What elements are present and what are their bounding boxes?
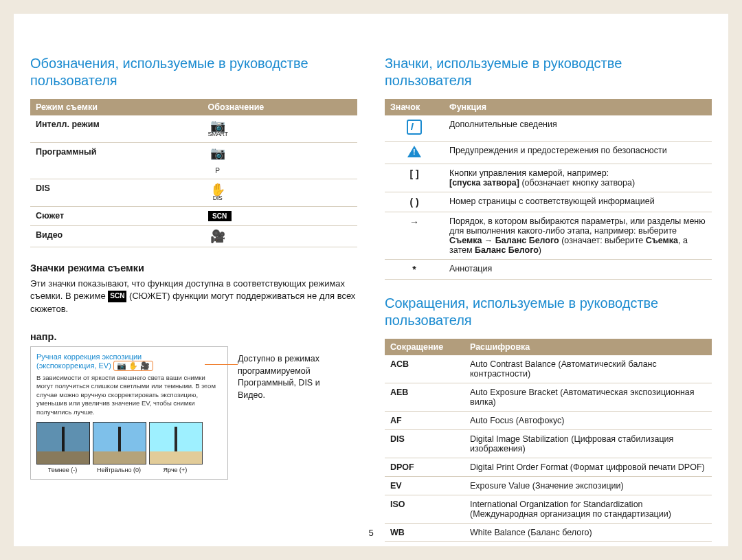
abbr-def: Auto Exposure Bracket (Автоматическая эк…: [464, 383, 712, 412]
table-row: Предупреждения и предостережения по безо…: [385, 142, 712, 164]
table-row: ISOInternational Organization for Standa…: [385, 495, 712, 524]
table-row: → Порядок, в котором выбираются параметр…: [385, 212, 712, 260]
icon-desc: Дополнительные сведения: [444, 115, 712, 142]
table-row: AEBAuto Exposure Bracket (Автоматическая…: [385, 383, 712, 412]
mode-name: Программный: [30, 143, 203, 179]
table-row: Сюжет SCN: [30, 206, 357, 225]
abbr-table: Сокращение Расшифровка ACBAuto Contrast …: [385, 339, 712, 542]
mode-symbol: SCN: [203, 206, 357, 225]
th-def: Расшифровка: [464, 339, 712, 355]
callout-line: [205, 364, 238, 365]
thumb: Ярче (+): [149, 422, 201, 473]
icon-cell: [385, 142, 444, 164]
mode-symbol: 📷SMART: [203, 115, 357, 143]
icon-desc: Кнопки управления камерой, например: [сп…: [444, 164, 712, 192]
table-row: ACBAuto Contrast Balance (Автоматический…: [385, 355, 712, 383]
thumbnails: Темнее (-) Нейтрально (0) Ярче (+): [36, 422, 222, 473]
mode-icons-text: Эти значки показывают, что функция досту…: [30, 278, 357, 317]
thumb-img-dark: [36, 422, 90, 464]
mode-symbol: ✋DIS: [203, 179, 357, 206]
icon-cell: →: [385, 212, 444, 260]
camera-p-icon: 📷P: [210, 146, 225, 172]
th-icon: Значок: [385, 99, 444, 115]
abbr-def: Digital Image Stabilization (Цифровая ст…: [464, 430, 712, 458]
thumb-img-bright: [149, 422, 203, 464]
mode-symbol: 🎥: [203, 225, 357, 247]
abbr: AF: [385, 412, 464, 430]
th-mode: Режим съемки: [30, 99, 203, 115]
ev-body: В зависимости от яркости внешнего света …: [36, 374, 222, 416]
example-wrap: Ручная коррекция экспозиции (экспокоррек…: [30, 346, 357, 480]
table-row: DISDigital Image Stabilization (Цифровая…: [385, 430, 712, 458]
abbr: AEB: [385, 383, 464, 412]
thumb-caption: Ярче (+): [149, 467, 201, 473]
icon-desc: Порядок, в котором выбираются параметры,…: [444, 212, 712, 260]
table-row: EVExposure Value (Значение экспозиции): [385, 477, 712, 495]
thumb-img-neutral: [93, 422, 146, 464]
table-row: Программный 📷P: [30, 143, 357, 179]
thumb: Нейтрально (0): [93, 422, 145, 473]
abbr: DPOF: [385, 458, 464, 477]
page: Обозначения, используемые в руководстве …: [14, 14, 728, 546]
table-row: Интелл. режим 📷SMART: [30, 115, 357, 143]
page-number: 5: [14, 528, 728, 538]
icon-cell: [385, 115, 444, 142]
example-box: Ручная коррекция экспозиции (экспокоррек…: [30, 346, 228, 480]
abbr-def: Exposure Value (Значение экспозиции): [464, 477, 712, 495]
thumb-caption: Темнее (-): [36, 467, 89, 473]
th-abbr: Сокращение: [385, 339, 464, 355]
mode-name: DIS: [30, 179, 203, 206]
mode-name: Интелл. режим: [30, 115, 203, 143]
mode-name: Видео: [30, 225, 203, 247]
left-column: Обозначения, используемые в руководстве …: [30, 14, 357, 546]
abbr-def: Auto Focus (Автофокус): [464, 412, 712, 430]
abbr: EV: [385, 477, 464, 495]
warning-icon: [407, 146, 421, 157]
mode-symbol: 📷P: [203, 143, 357, 179]
table-row: * Аннотация: [385, 260, 712, 280]
mode-icons-subtitle: Значки режима съемки: [30, 262, 357, 273]
video-icon: 🎥: [210, 229, 225, 243]
scn-icon: SCN: [108, 291, 126, 302]
abbr-title: Сокращения, используемые в руководстве п…: [385, 295, 712, 329]
icon-cell: ( ): [385, 192, 444, 212]
abbr: ACB: [385, 355, 464, 383]
icon-cell: [ ]: [385, 164, 444, 192]
th-function: Функция: [444, 99, 712, 115]
mode-icons-bubble: 📷 ✋ 🎥: [113, 361, 153, 371]
icon-desc: Номер страницы с соответствующей информа…: [444, 192, 712, 212]
modes-table: Режим съемки Обозначение Интелл. режим 📷…: [30, 99, 357, 247]
table-row: ( ) Номер страницы с соответствующей инф…: [385, 192, 712, 212]
left-title: Обозначения, используемые в руководстве …: [30, 55, 357, 89]
thumb: Темнее (-): [36, 422, 89, 473]
icon-desc: Аннотация: [444, 260, 712, 280]
table-row: Дополнительные сведения: [385, 115, 712, 142]
example-label: напр.: [30, 331, 357, 342]
abbr-def: Digital Print Order Format (Формат цифро…: [464, 458, 712, 477]
table-row: [ ] Кнопки управления камерой, например:…: [385, 164, 712, 192]
table-row: DPOFDigital Print Order Format (Формат ц…: [385, 458, 712, 477]
table-row: AFAuto Focus (Автофокус): [385, 412, 712, 430]
th-symbol: Обозначение: [203, 99, 357, 115]
table-row: DIS ✋DIS: [30, 179, 357, 206]
mode-name: Сюжет: [30, 206, 203, 225]
side-note: Доступно в режимах программируемой Прогр…: [238, 353, 334, 401]
abbr-def: International Organization for Standardi…: [464, 495, 712, 524]
icons-table: Значок Функция Дополнительные сведения П…: [385, 99, 712, 280]
abbr-def: Auto Contrast Balance (Автоматический ба…: [464, 355, 712, 383]
abbr: DIS: [385, 430, 464, 458]
icons-title: Значки, используемые в руководстве польз…: [385, 55, 712, 89]
table-row: Видео 🎥: [30, 225, 357, 247]
right-column: Значки, используемые в руководстве польз…: [385, 14, 712, 546]
thumb-caption: Нейтрально (0): [93, 467, 145, 473]
scn-icon: SCN: [208, 211, 232, 221]
icon-desc: Предупреждения и предостережения по безо…: [444, 142, 712, 164]
info-icon: [407, 120, 422, 135]
abbr: ISO: [385, 495, 464, 524]
icon-cell: *: [385, 260, 444, 280]
